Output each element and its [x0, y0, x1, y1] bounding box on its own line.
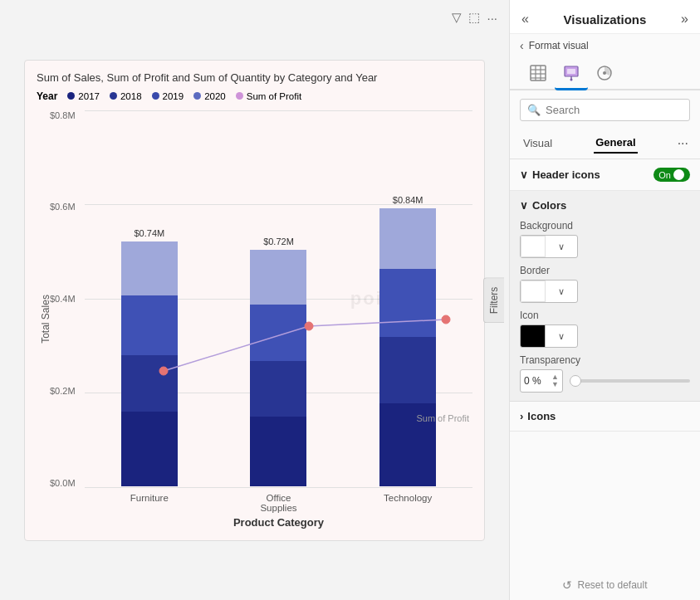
bars-group: $0.74M $0.72M [85, 110, 472, 486]
bar-col-office: $0.72M [250, 237, 306, 486]
more-options-icon[interactable]: ··· [487, 11, 497, 25]
expand-icon[interactable]: ⬚ [468, 10, 480, 25]
bar-label-tech: $0.84M [393, 195, 423, 205]
border-color-row: Border ∨ [520, 265, 690, 303]
legend-dot-2020 [193, 92, 201, 100]
tab-format-icon[interactable] [555, 57, 588, 90]
spin-buttons[interactable]: ▲ ▼ [551, 373, 559, 388]
background-swatch [521, 236, 546, 257]
icon-color-label: Icon [520, 310, 690, 321]
background-chevron[interactable]: ∨ [546, 241, 577, 252]
filters-tab-label[interactable]: Filters [483, 277, 504, 323]
legend-item-2018: 2018 [110, 91, 142, 101]
legend-item-2019: 2019 [152, 91, 184, 101]
svg-point-11 [603, 71, 606, 75]
panel-title: Visualizations [564, 12, 647, 27]
spin-down[interactable]: ▼ [551, 381, 559, 388]
y-label-08: $0.8M [50, 110, 76, 120]
header-icons-header[interactable]: ∨ Header icons On [520, 168, 690, 182]
search-box[interactable]: 🔍 [520, 99, 690, 121]
search-magnifier-icon: 🔍 [527, 104, 541, 116]
header-icons-section: ∨ Header icons On [510, 159, 700, 191]
svg-rect-7 [567, 69, 575, 74]
legend-label-2019: 2019 [163, 91, 184, 101]
stacked-bar-tech [379, 208, 436, 486]
right-panel: « Visualizations » ‹ Format visual [509, 0, 700, 600]
legend-label-2017: 2017 [78, 91, 100, 101]
tabs-row: Visual General ··· [510, 129, 700, 159]
chart-body: Total Sales $0.8M $0.6M [37, 110, 472, 529]
bar-seg-office-2018 [250, 361, 306, 417]
border-label: Border [520, 265, 690, 276]
transparency-value: 0 % [524, 375, 541, 387]
border-swatch [521, 280, 546, 302]
filter-icon[interactable]: ▽ [452, 10, 462, 25]
bar-label-office: $0.72M [263, 237, 294, 246]
panel-header: « Visualizations » [510, 0, 700, 34]
bar-seg-tech-2020 [379, 208, 436, 269]
search-input[interactable] [546, 104, 683, 116]
bar-label-furniture: $0.74M [134, 228, 164, 238]
y-labels: $0.8M $0.6M $0.4M $0.2M $0.0M [50, 110, 76, 488]
table-grid-icon [529, 64, 547, 82]
bar-seg-furniture-2018 [121, 355, 178, 412]
bar-seg-tech-2019 [379, 269, 436, 337]
icon-chevron[interactable]: ∨ [546, 331, 577, 342]
reset-label[interactable]: Reset to default [577, 579, 647, 591]
format-visual-label: Format visual [529, 40, 589, 51]
format-visual-row: ‹ Format visual [510, 34, 700, 54]
background-picker[interactable]: ∨ [520, 235, 578, 258]
icons-section: › Icons [510, 402, 700, 432]
chart-area: ▽ ⬚ ··· Sum of Sales, Sum of Profit and … [0, 0, 509, 600]
filters-tab[interactable]: Filters [483, 277, 504, 323]
icon-picker[interactable]: ∨ [520, 324, 578, 348]
bars-wrapper: $0.74M $0.72M [85, 110, 472, 486]
legend-dot-2017 [67, 92, 75, 100]
colors-section: ∨ Colors Background ∨ Border ∨ Icon ∨ [510, 191, 700, 402]
bar-col-tech: $0.84M [379, 195, 436, 486]
analytics-icon [595, 64, 614, 82]
transparency-input[interactable]: 0 % ▲ ▼ [520, 369, 563, 393]
icons-section-header[interactable]: › Icons [520, 410, 690, 422]
bar-seg-office-2020 [250, 250, 306, 305]
x-label-tech: Technology [374, 493, 441, 513]
transparency-slider[interactable] [570, 379, 690, 383]
bar-seg-furniture-2019 [121, 295, 178, 355]
toggle-on-switch[interactable]: On [653, 168, 690, 182]
panel-right-arrow[interactable]: » [679, 10, 690, 28]
y-label-00: $0.0M [50, 478, 76, 488]
profit-line-label: Sum of Profit [416, 413, 469, 423]
legend-dot-2019 [152, 92, 159, 100]
tab-analytics-icon[interactable] [588, 57, 621, 90]
tab-table-icon[interactable] [521, 57, 555, 90]
border-chevron[interactable]: ∨ [546, 286, 577, 297]
y-label-02: $0.2M [50, 386, 76, 396]
header-icons-title: ∨ Header icons [520, 168, 600, 181]
background-color-row: Background ∨ [520, 220, 690, 258]
x-axis-title: Product Category [85, 516, 472, 529]
chevron-down-colors: ∨ [520, 199, 528, 212]
transparency-control: 0 % ▲ ▼ [520, 369, 690, 393]
border-picker[interactable]: ∨ [520, 280, 578, 303]
back-arrow-icon[interactable]: ‹ [520, 39, 524, 52]
bar-col-furniture: $0.74M [121, 228, 178, 486]
background-label: Background [520, 220, 690, 232]
x-axis-area: Furniture OfficeSupplies Technology [85, 488, 472, 513]
grid-line-bottom [85, 487, 472, 488]
chart-title: Sum of Sales, Sum of Profit and Sum of Q… [37, 71, 472, 85]
chart-toolbar: ▽ ⬚ ··· [452, 10, 497, 25]
tab-general[interactable]: General [594, 133, 637, 154]
legend-item-2020: 2020 [193, 91, 226, 101]
icon-swatch [521, 325, 546, 347]
slider-thumb[interactable] [570, 375, 581, 387]
plot-area: $0.8M $0.6M $0.4M $0.2M $0.0M pointio [85, 110, 472, 488]
chevron-down-header: ∨ [520, 168, 528, 181]
legend-label-2018: 2018 [120, 91, 142, 101]
colors-header[interactable]: ∨ Colors [520, 199, 690, 212]
tab-visual[interactable]: Visual [521, 134, 554, 153]
tab-more-icon[interactable]: ··· [678, 136, 688, 151]
stacked-bar-office [250, 250, 306, 486]
icon-tabs [510, 54, 700, 90]
toggle-on-label: On [658, 170, 671, 180]
panel-left-arrow[interactable]: « [520, 10, 531, 28]
